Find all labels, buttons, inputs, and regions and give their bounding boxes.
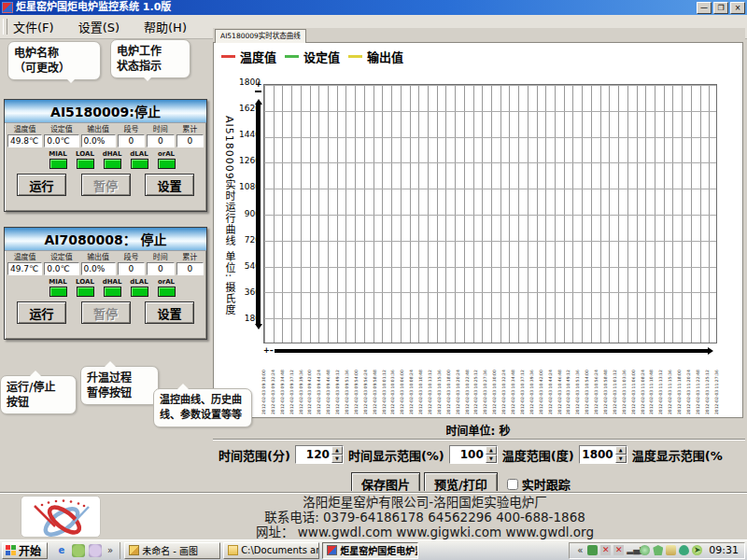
furnace-panel-1: AI5180009:停止 温度值 49.8℃ 设定值 0.0℃ 输出值 0.0%…: [4, 99, 207, 212]
temp-range-label: 温度范围(度): [502, 446, 574, 464]
x-tick: 2012-02-03 09:30:00: [261, 357, 266, 414]
x-tick: 2012-02-03 10:13:12: [428, 357, 432, 414]
close-button[interactable]: ×: [730, 2, 745, 14]
time-display-stepper: ▲▼: [449, 445, 498, 464]
company-logo: [21, 496, 101, 538]
x-tick: 2012-02-03 10:25:12: [473, 357, 478, 414]
windows-logo-icon: [6, 545, 16, 555]
x-tick: 2012-02-03 10:15:36: [437, 357, 442, 414]
menu-settings[interactable]: 设置(S): [78, 18, 120, 35]
footer: 洛阳炬星窑炉有限公司-洛阳国炬实验电炉厂 联系电话: 0379-64186178…: [0, 492, 747, 539]
field-total: 累计 0: [176, 253, 204, 275]
temp-range-stepper: ▲▼: [579, 445, 627, 464]
preview-print-button[interactable]: 预览/打印: [424, 472, 498, 491]
vertical-zoom-slider[interactable]: +: [255, 80, 262, 351]
settings-button-1[interactable]: 设置: [145, 174, 194, 196]
chevron-more-icon[interactable]: »: [106, 545, 115, 555]
taskbar-item-explorer[interactable]: C:\Documents and Se...: [223, 542, 319, 559]
run-button-2[interactable]: 运行: [17, 301, 66, 324]
x-tick: 2012-02-03 10:22:48: [465, 357, 470, 414]
x-tick: 2012-02-03 09:37:12: [289, 357, 294, 414]
x-tick: 2012-02-03 11:20:24: [686, 357, 691, 414]
menu-file[interactable]: 文件(F): [13, 18, 54, 35]
spin-up-icon[interactable]: ▲: [615, 446, 627, 455]
system-tray: « ✕ ✕ ▂▄▆ ➤ 09:31: [569, 542, 745, 559]
x-tick: 2012-02-03 09:42:00: [307, 357, 312, 414]
minimize-button[interactable]: —: [697, 2, 712, 14]
media-player-icon[interactable]: [72, 544, 85, 557]
x-tick: 2012-02-03 10:37:12: [520, 357, 525, 414]
minus-icon: [255, 91, 261, 92]
slider-bar[interactable]: [256, 105, 261, 324]
callout-furnace-name: 电炉名称 （可更改）: [7, 41, 101, 80]
spin-down-icon[interactable]: ▼: [331, 455, 343, 463]
logo-graphic: [21, 497, 101, 538]
security-shield-icon[interactable]: [653, 545, 663, 555]
time-display-input[interactable]: [450, 446, 486, 463]
x-tick: 2012-02-03 09:54:00: [354, 357, 359, 414]
taskbar-item-monitor-app[interactable]: 炬星窑炉国炬电炉监...: [322, 542, 418, 559]
furnace-2-alarm-indicators: MIAL LOAL dHAL dLAL orAL: [48, 278, 206, 297]
total-value: 0: [176, 262, 204, 275]
temp-range-input[interactable]: [580, 446, 615, 463]
network-disconnected-icon[interactable]: ✕: [600, 545, 611, 555]
furnace-1-title[interactable]: AI5180009:停止: [50, 102, 161, 120]
x-tick: 2012-02-03 11:25:12: [705, 357, 710, 414]
furnace-2-fields: 温度值 49.7℃ 设定值 0.0℃ 输出值 0.0% 段号 0 时间 0 累计…: [5, 251, 206, 275]
field-output: 输出值 0.0%: [81, 125, 116, 147]
alarm-lamp: [131, 287, 148, 297]
legend-output: 输出值: [348, 48, 403, 65]
network-disconnected-icon[interactable]: ✕: [613, 545, 624, 555]
callout-tail: [63, 76, 78, 91]
spin-down-icon[interactable]: ▼: [615, 455, 627, 463]
pause-button-1[interactable]: 暂停: [81, 174, 131, 196]
x-tick: 2012-02-03 11:03:36: [622, 357, 627, 414]
x-tick: 2012-02-03 09:44:24: [317, 357, 321, 414]
spin-down-icon[interactable]: ▼: [486, 455, 497, 463]
time-range-label: 时间范围(分): [218, 446, 290, 464]
menu-help[interactable]: 帮助(H): [144, 18, 187, 35]
x-tick: 2012-02-03 09:46:48: [326, 357, 331, 414]
horizontal-zoom-slider[interactable]: +–: [263, 347, 717, 355]
tray-clock[interactable]: 09:31: [709, 544, 739, 556]
run-button-1[interactable]: 运行: [17, 174, 66, 196]
antivirus-icon[interactable]: [587, 545, 598, 555]
time-display-label: 时间显示范围(%): [348, 446, 444, 464]
temperature-value: 49.7℃: [7, 262, 42, 275]
restore-button[interactable]: ❐: [713, 2, 728, 14]
tray-chevron-icon[interactable]: «: [575, 545, 585, 555]
chart-buttons: 保存图片 预览/打印 实时跟踪: [351, 472, 571, 491]
signal-strength-icon[interactable]: ▂▄▆: [627, 545, 637, 555]
realtime-track-label: 实时跟踪: [522, 475, 571, 491]
messenger-status-icon[interactable]: [679, 545, 689, 555]
x-tick: 2012-02-03 10:06:00: [400, 357, 404, 414]
save-image-button[interactable]: 保存图片: [351, 472, 420, 491]
website-urls: 网址： www.gwdl.com www.gigwki.com www.gwdl…: [256, 525, 594, 539]
spin-up-icon[interactable]: ▲: [486, 446, 497, 455]
alarm-lamp: [77, 159, 94, 169]
app-icon: [2, 2, 13, 13]
settings-button-2[interactable]: 设置: [145, 301, 194, 324]
internet-explorer-icon[interactable]: e: [55, 544, 68, 557]
alarm-lamp: [158, 287, 176, 297]
slider-bar[interactable]: [275, 349, 708, 353]
arrow-right-icon: [708, 347, 717, 355]
time-range-stepper: ▲▼: [295, 445, 344, 464]
time-range-input[interactable]: [296, 446, 331, 463]
pause-button-2[interactable]: 暂停: [81, 301, 131, 324]
messenger-icon[interactable]: [89, 544, 102, 557]
update-icon[interactable]: ➤: [692, 545, 702, 555]
tab-realtime-curve[interactable]: AI5180009实时状态曲线: [215, 29, 306, 43]
status-green-icon[interactable]: [640, 545, 650, 555]
legend-temperature: 温度值: [221, 48, 276, 65]
paint-icon: [129, 545, 139, 555]
realtime-track-checkbox[interactable]: [507, 479, 518, 490]
spin-up-icon[interactable]: ▲: [331, 446, 343, 455]
battery-icon[interactable]: [666, 545, 676, 555]
plus-icon: +–: [263, 347, 274, 355]
furnace-2-title[interactable]: AI7080008： 停止: [44, 230, 166, 248]
legend-setpoint: 设定值: [285, 48, 340, 65]
taskbar-item-paint[interactable]: 未命名 - 画图: [124, 542, 220, 559]
start-button[interactable]: 开始: [2, 542, 48, 559]
furnace-app-icon: [327, 545, 337, 555]
